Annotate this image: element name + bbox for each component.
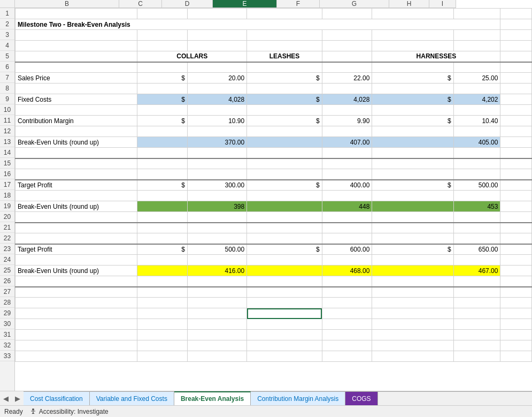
table-row xyxy=(16,62,532,73)
table-row: COLLARS LEASHES HARNESSES xyxy=(16,51,532,62)
table-row xyxy=(16,158,532,169)
table-row xyxy=(16,169,532,180)
table-row xyxy=(16,41,532,51)
break-even-units-2-label: Break-Even Units (round up) xyxy=(16,201,137,212)
fixed-costs-label: Fixed Costs xyxy=(16,94,137,105)
sheet-tabs: ◀ ▶ Cost Classification Variable and Fix… xyxy=(0,391,532,405)
table-row xyxy=(16,84,532,94)
col-header-c: C xyxy=(119,0,162,7)
col-header-f: F xyxy=(277,0,320,7)
accessibility-label: Accessibility: Investigate xyxy=(29,408,109,415)
table-row xyxy=(16,308,532,319)
tab-cogs[interactable]: COGS xyxy=(345,391,377,405)
harnesses-header: HARNESSES xyxy=(372,51,500,62)
table-row xyxy=(16,126,532,137)
table-row xyxy=(16,223,532,233)
table-row xyxy=(16,340,532,351)
sales-price-label: Sales Price xyxy=(16,73,137,84)
break-even-units-3-label: Break-Even Units (round up) xyxy=(16,266,137,276)
tab-cost-classification[interactable]: Cost Classification xyxy=(24,391,90,405)
table-row: Sales Price $ 20.00 $ 22.00 $ 25.00 xyxy=(16,73,532,84)
table-row xyxy=(16,330,532,340)
table-row: Fixed Costs $ 4,028 $ 4,028 $ 4,202 xyxy=(16,94,532,105)
break-even-units-1-label: Break-Even Units (round up) xyxy=(16,137,137,148)
col-header-d: D xyxy=(162,0,213,7)
table-row: Contribution Margin $ 10.90 $ 9.90 $ 10.… xyxy=(16,116,532,126)
table-row xyxy=(16,255,532,266)
accessibility-icon xyxy=(29,408,37,415)
table-row xyxy=(16,233,532,244)
table-row xyxy=(16,276,532,287)
selected-cell-e29[interactable] xyxy=(247,308,322,319)
col-header-a: B xyxy=(15,0,119,7)
col-header-e: E xyxy=(213,0,277,7)
corner-cell xyxy=(0,0,15,8)
table-row xyxy=(16,9,532,19)
table-row: Milestone Two - Break-Even Analysis xyxy=(16,19,532,30)
table-row: Target Profit $ 300.00 $ 400.00 $ 500.00 xyxy=(16,180,532,191)
table-row: Break-Even Units (round up) 416.00 468.0… xyxy=(16,266,532,276)
ready-label: Ready xyxy=(4,408,23,415)
table-row: Target Profit $ 500.00 $ 600.00 $ 650.00 xyxy=(16,244,532,255)
spreadsheet: B C D E F G H I 1 2 3 4 5 6 7 8 9 xyxy=(0,0,532,417)
scroll-left-tab[interactable]: ◀ xyxy=(0,391,12,405)
col-header-h: H xyxy=(389,0,429,7)
tab-contribution-margin[interactable]: Contribution Margin Analysis xyxy=(251,391,345,405)
col-header-g: G xyxy=(320,0,389,7)
tab-break-even-analysis[interactable]: Break-Even Analysis xyxy=(174,391,251,405)
table-row xyxy=(16,148,532,158)
table-row: Break-Even Units (round up) 398 448 453 xyxy=(16,201,532,212)
contribution-margin-label: Contribution Margin xyxy=(16,116,137,126)
target-profit-2-label: Target Profit xyxy=(16,244,137,255)
svg-point-0 xyxy=(32,408,34,411)
leashes-header: LEASHES xyxy=(247,51,322,62)
target-profit-1-label: Target Profit xyxy=(16,180,137,191)
table-row xyxy=(16,30,532,41)
grid[interactable]: Milestone Two - Break-Even Analysis C xyxy=(15,8,532,391)
status-bar: Ready Accessibility: Investigate xyxy=(0,405,532,417)
table-row xyxy=(16,287,532,298)
table-row xyxy=(16,319,532,330)
table-row: Break-Even Units (round up) 370.00 407.0… xyxy=(16,137,532,148)
table-row xyxy=(16,351,532,362)
table-row xyxy=(16,298,532,308)
collars-header: COLLARS xyxy=(137,51,247,62)
tab-variable-fixed-costs[interactable]: Variable and Fixed Costs xyxy=(90,391,174,405)
col-header-i: I xyxy=(429,0,456,7)
table-row xyxy=(16,191,532,201)
scroll-right-tab[interactable]: ▶ xyxy=(12,391,24,405)
row-numbers: 1 2 3 4 5 6 7 8 9 10 11 12 13 14 15 16 1… xyxy=(0,8,15,391)
table-row xyxy=(16,105,532,116)
title-cell: Milestone Two - Break-Even Analysis xyxy=(16,19,500,30)
table-row xyxy=(16,212,532,223)
